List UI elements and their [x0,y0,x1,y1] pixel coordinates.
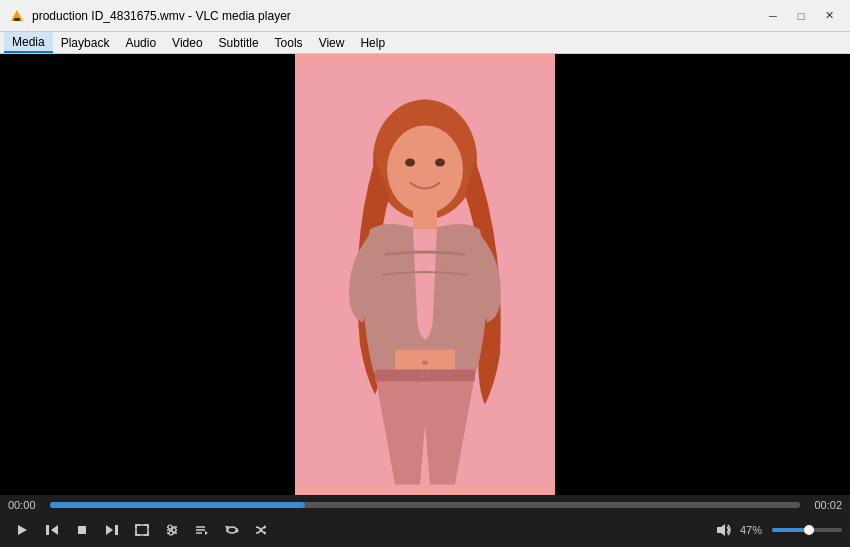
svg-marker-34 [717,524,725,536]
video-area [0,54,850,495]
volume-track [772,528,842,532]
volume-knob[interactable] [804,525,814,535]
svg-point-25 [169,531,173,535]
controls-bar: 00:00 00:02 [0,495,850,547]
menu-bar: Media Playback Audio Video Subtitle Tool… [0,32,850,54]
svg-rect-15 [46,525,49,535]
svg-point-9 [422,361,428,365]
time-end: 00:02 [804,499,842,511]
svg-point-6 [435,159,445,167]
menu-item-video[interactable]: Video [164,32,210,53]
playlist-button[interactable] [188,518,216,542]
random-button[interactable] [248,518,276,542]
time-start: 00:00 [8,499,46,511]
svg-rect-16 [78,526,86,534]
menu-item-tools[interactable]: Tools [267,32,311,53]
menu-item-audio[interactable]: Audio [117,32,164,53]
volume-percent: 47% [740,524,768,536]
svg-point-23 [168,525,172,529]
menu-item-subtitle[interactable]: Subtitle [211,32,267,53]
menu-item-media[interactable]: Media [4,32,53,53]
skip-back-button[interactable] [38,518,66,542]
svg-rect-18 [115,525,118,535]
svg-marker-13 [18,525,27,535]
skip-forward-button[interactable] [98,518,126,542]
control-buttons: 47% [8,515,842,545]
window-controls: ─ □ ✕ [760,6,842,26]
window-title: production ID_4831675.wmv - VLC media pl… [32,9,760,23]
maximize-button[interactable]: □ [788,6,814,26]
play-button[interactable] [8,518,36,542]
close-button[interactable]: ✕ [816,6,842,26]
progress-track[interactable] [50,502,800,508]
minimize-button[interactable]: ─ [760,6,786,26]
svg-rect-19 [136,525,148,535]
app-icon [8,7,26,25]
volume-area: 47% [712,518,842,542]
volume-button[interactable] [712,518,736,542]
video-content [295,54,555,495]
svg-point-5 [405,159,415,167]
volume-slider[interactable] [772,525,842,535]
fullscreen-button[interactable] [128,518,156,542]
svg-marker-32 [264,531,266,535]
progress-fill [50,502,305,508]
volume-fill [772,528,805,532]
svg-rect-1 [14,18,20,21]
svg-marker-17 [106,525,113,535]
svg-marker-33 [264,525,266,529]
loop-button[interactable] [218,518,246,542]
svg-rect-7 [413,210,437,230]
stop-button[interactable] [68,518,96,542]
menu-item-playback[interactable]: Playback [53,32,118,53]
menu-item-view[interactable]: View [311,32,353,53]
svg-point-4 [387,126,463,214]
menu-item-help[interactable]: Help [352,32,393,53]
title-bar: production ID_4831675.wmv - VLC media pl… [0,0,850,32]
svg-marker-14 [51,525,58,535]
svg-marker-29 [205,531,208,535]
progress-area: 00:00 00:02 [8,499,842,511]
extended-button[interactable] [158,518,186,542]
